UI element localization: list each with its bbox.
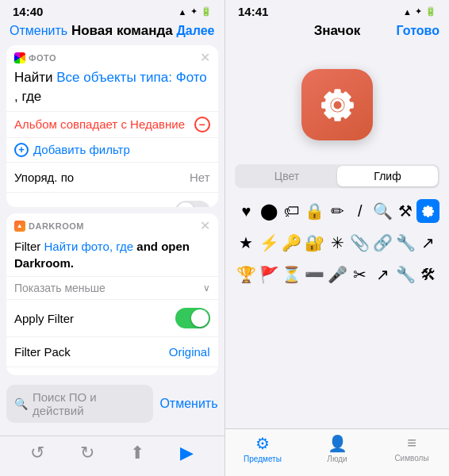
key-icon[interactable]: 🔑	[280, 231, 303, 255]
segment-control[interactable]: Цвет Глиф	[235, 164, 439, 188]
star-icon[interactable]: ★	[235, 231, 258, 255]
cancel-button[interactable]: Отменить	[10, 24, 67, 38]
redo-button[interactable]: ↻	[80, 443, 94, 463]
apply-filter-toggle[interactable]	[175, 308, 210, 328]
wifi-icon-right: ✦	[415, 6, 422, 17]
darkroom-app-label: ▲ DARKROOM	[14, 221, 84, 232]
status-time-right: 14:41	[238, 5, 268, 18]
next-button[interactable]: Далее	[176, 24, 214, 38]
filter-pack-value[interactable]: Original	[169, 345, 210, 359]
people-tab-icon: 👤	[328, 434, 347, 453]
spanner-icon[interactable]: 🔧	[394, 263, 417, 286]
apply-filter-label: Apply Filter	[14, 312, 74, 325]
limit-label: Ограничение	[14, 204, 87, 207]
scroll-area: ФОТО ✕ Найти Все объекты типа: Фото , гд…	[0, 45, 224, 436]
right-panel: 14:41 ▲ ✦ 🔋 Значок Готово Цвет Глиф ♥ ⬤ …	[224, 0, 449, 476]
undo-button[interactable]: ↺	[30, 443, 44, 463]
icon-grid: ♥ ⬤ 🏷 🔒 ✏ / 🔍 ⚒ ★ ⚡ 🔑 🔐 ✳ 📎 🔗 🔧	[225, 196, 449, 428]
add-filter-button[interactable]: Добавить фильтр	[33, 143, 130, 156]
gear-icon-grid[interactable]	[416, 199, 439, 223]
tools-icon[interactable]: 🛠	[416, 263, 439, 286]
mic-icon[interactable]: 🎤	[326, 263, 349, 286]
add-filter-row[interactable]: + Добавить фильтр	[6, 137, 218, 162]
filter-remove-button[interactable]: −	[194, 117, 210, 132]
hourglass-icon[interactable]: ⏳	[280, 263, 303, 286]
sparkle-icon[interactable]: ✳	[326, 231, 349, 255]
pencil-icon[interactable]: ✏	[326, 199, 349, 223]
sort-row[interactable]: Упоряд. по Нет	[6, 162, 218, 192]
status-bar-left: 14:40 ▲ ✦ 🔋	[0, 0, 224, 20]
add-icon: +	[14, 143, 29, 157]
magnify-icon[interactable]: 🔍	[371, 199, 394, 223]
search-input-wrap[interactable]: 🔍 Поиск ПО и действий	[6, 385, 153, 423]
tab-people[interactable]: 👤 Люди	[300, 434, 374, 463]
limit-row[interactable]: Ограничение	[6, 192, 218, 208]
people-tab-label: Люди	[327, 455, 347, 463]
symbols-tab-label: Символы	[394, 454, 428, 463]
icon-row-2: ★ ⚡ 🔑 🔐 ✳ 📎 🔗 🔧 ↗	[235, 231, 439, 255]
search-cancel-button[interactable]: Отменить	[159, 397, 217, 411]
trophy-icon[interactable]: 🏆	[235, 263, 258, 286]
app-icon-preview	[301, 69, 373, 140]
tab-objects[interactable]: ⚙ Предметы	[225, 434, 300, 463]
filter-row[interactable]: Альбом совпадает с Недавние −	[6, 111, 218, 137]
right-page-title: Значок	[314, 23, 361, 39]
tag-icon[interactable]: 🏷	[280, 199, 303, 223]
link-icon[interactable]: 🔗	[371, 231, 394, 255]
locked-icon[interactable]: 🔐	[303, 231, 326, 255]
wifi-icon: ✦	[190, 6, 198, 17]
battery-icon-right: 🔋	[425, 6, 436, 17]
filter-pack-row[interactable]: Filter Pack Original	[6, 336, 218, 367]
filter-row-bottom[interactable]: Filter Выбрать	[6, 367, 218, 375]
gear-icon	[316, 83, 359, 127]
show-less-button[interactable]: Показать меньше ∨	[6, 276, 218, 299]
scissors-icon[interactable]: ✂	[348, 263, 371, 286]
flag-icon[interactable]: 🚩	[258, 263, 281, 286]
right-tab-bar: ⚙ Предметы 👤 Люди ≡ Символы	[225, 428, 449, 476]
segment-color[interactable]: Цвет	[236, 166, 337, 186]
apply-filter-row[interactable]: Apply Filter	[6, 299, 218, 336]
done-button[interactable]: Готово	[397, 24, 439, 38]
wrench-icon[interactable]: 🔧	[394, 231, 417, 255]
hammer-icon[interactable]: ⚒	[394, 199, 417, 223]
search-bar: 🔍 Поиск ПО и действий Отменить	[6, 385, 218, 423]
symbols-tab-icon: ≡	[407, 434, 416, 452]
lightning-icon[interactable]: ⚡	[258, 231, 281, 255]
toggle-knob	[177, 202, 194, 208]
right-nav: Значок Готово	[225, 20, 449, 45]
filter-pack-label: Filter Pack	[14, 345, 71, 359]
darkroom-card-header: ▲ DARKROOM ✕	[6, 213, 218, 235]
lock-icon[interactable]: 🔒	[303, 199, 326, 223]
icon-preview-area	[225, 45, 449, 164]
filter-text: Альбом совпадает с Недавние	[14, 117, 185, 131]
photos-card-header: ФОТО ✕	[6, 45, 218, 67]
page-title-left: Новая команда	[71, 23, 173, 39]
darkroom-find-link[interactable]: Найти фото, где	[44, 240, 134, 253]
objects-tab-label: Предметы	[244, 455, 282, 463]
line-icon[interactable]: /	[348, 199, 371, 223]
darkroom-filter-description: Filter Найти фото, где and open Darkroom…	[6, 235, 218, 276]
heart-icon[interactable]: ♥	[235, 199, 258, 223]
darkroom-card: ▲ DARKROOM ✕ Filter Найти фото, где and …	[6, 213, 218, 375]
darkroom-icon: ▲	[14, 221, 25, 232]
limit-toggle[interactable]	[175, 201, 210, 208]
minus-icon[interactable]: ➖	[303, 263, 326, 286]
play-button[interactable]: ▶	[180, 443, 194, 463]
left-panel: 14:40 ▲ ✦ 🔋 Отменить Новая команда Далее…	[0, 0, 224, 476]
nav-bar-left: Отменить Новая команда Далее	[0, 20, 224, 45]
photos-close-button[interactable]: ✕	[200, 50, 210, 65]
battery-icon: 🔋	[201, 6, 212, 17]
search-placeholder: Поиск ПО и действий	[33, 390, 145, 417]
toggle-knob-apply	[191, 309, 209, 327]
sort-label: Упоряд. по	[14, 171, 74, 184]
tab-symbols[interactable]: ≡ Символы	[374, 434, 449, 463]
signal-icon-right: ▲	[403, 7, 412, 17]
status-icons-left: ▲ ✦ 🔋	[178, 6, 212, 17]
segment-glyph[interactable]: Глиф	[337, 166, 438, 186]
circle-icon[interactable]: ⬤	[258, 199, 281, 223]
paperclip-icon[interactable]: 📎	[348, 231, 371, 255]
share-button[interactable]: ⬆	[130, 443, 144, 463]
export-icon[interactable]: ↗	[371, 263, 394, 286]
arrow-icon[interactable]: ↗	[416, 231, 439, 255]
darkroom-close-button[interactable]: ✕	[200, 218, 210, 233]
